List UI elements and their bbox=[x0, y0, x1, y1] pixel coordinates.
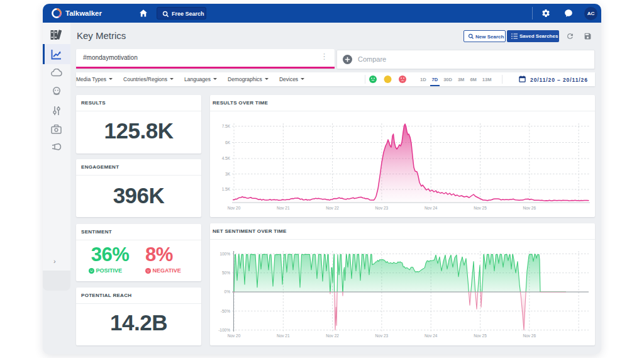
svg-text:3K: 3K bbox=[225, 172, 231, 176]
svg-text:4.5K: 4.5K bbox=[222, 156, 231, 160]
svg-text:Nov 24: Nov 24 bbox=[425, 333, 438, 338]
svg-text:Nov 25: Nov 25 bbox=[474, 206, 487, 210]
svg-text:-100%: -100% bbox=[218, 328, 230, 332]
svg-text:7.5K: 7.5K bbox=[222, 124, 231, 128]
svg-text:Nov 20: Nov 20 bbox=[228, 206, 241, 210]
svg-text:6K: 6K bbox=[225, 140, 231, 145]
svg-text:0%: 0% bbox=[225, 289, 231, 294]
svg-text:100%: 100% bbox=[219, 252, 230, 256]
svg-text:Nov 21: Nov 21 bbox=[277, 333, 290, 338]
svg-text:Nov 24: Nov 24 bbox=[425, 206, 438, 210]
svg-text:-50%: -50% bbox=[221, 309, 230, 313]
svg-text:Nov 23: Nov 23 bbox=[375, 206, 389, 210]
svg-text:Nov 26: Nov 26 bbox=[523, 206, 536, 210]
svg-text:Nov 26: Nov 26 bbox=[523, 333, 536, 338]
svg-text:50%: 50% bbox=[222, 271, 230, 275]
svg-text:Nov 23: Nov 23 bbox=[375, 333, 389, 338]
svg-text:Nov 25: Nov 25 bbox=[474, 333, 487, 338]
svg-text:Nov 22: Nov 22 bbox=[326, 206, 339, 210]
svg-text:1.5K: 1.5K bbox=[222, 187, 231, 191]
svg-text:Nov 20: Nov 20 bbox=[228, 333, 241, 338]
svg-text:Nov 22: Nov 22 bbox=[326, 333, 339, 338]
svg-text:Nov 21: Nov 21 bbox=[277, 206, 290, 210]
